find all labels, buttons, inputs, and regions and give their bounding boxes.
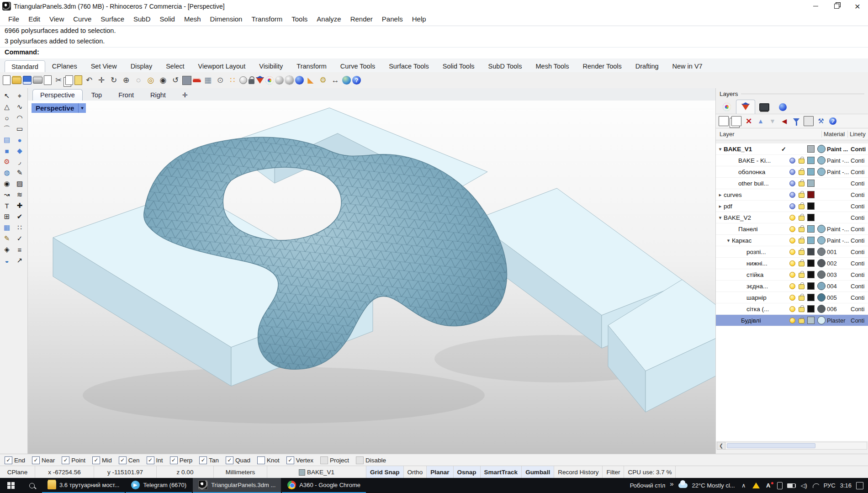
osnap-vertex[interactable]: ✓Vertex xyxy=(286,456,313,464)
status-cpu-use[interactable]: CPU use: 3.7 % xyxy=(624,466,676,478)
layer-name[interactable]: оболонка xyxy=(738,169,780,175)
properties-panel-tab[interactable] xyxy=(718,100,736,114)
curve2-tool-icon[interactable]: ↝ xyxy=(1,190,12,200)
control-point-curve-tool-icon[interactable]: △ xyxy=(1,102,12,112)
car-demo-icon[interactable] xyxy=(193,78,201,82)
menu-item-edit[interactable]: Edit xyxy=(24,13,45,25)
status-z[interactable]: z 0.00 xyxy=(157,466,214,478)
verify-tool-icon[interactable]: ✓ xyxy=(14,233,25,244)
circle-center-icon[interactable]: ⊙ xyxy=(215,75,226,86)
toolbar-tab-new-in-v7[interactable]: New in V7 xyxy=(666,60,709,72)
match-layer-icon[interactable] xyxy=(804,116,814,126)
task-telegram[interactable]: Telegram (6670) xyxy=(126,478,192,493)
layer-on-bulb-icon[interactable] xyxy=(788,215,797,221)
layer-color-swatch[interactable] xyxy=(807,225,815,233)
toggle-gumball[interactable]: Gumball xyxy=(522,466,554,478)
search-button[interactable] xyxy=(22,478,42,493)
material-preview-circle[interactable] xyxy=(817,225,826,233)
toolbar-tab-display[interactable]: Display xyxy=(124,60,159,72)
pan-view-icon[interactable]: ✛ xyxy=(96,75,107,86)
layer-material[interactable]: 003 xyxy=(827,271,851,278)
layer-lock-icon[interactable] xyxy=(797,271,806,278)
expand-chevron-icon[interactable]: ▸ xyxy=(717,203,724,209)
layer-color-swatch[interactable] xyxy=(807,214,815,221)
layer-linetype[interactable]: Conti xyxy=(851,157,868,164)
material-preview-circle[interactable] xyxy=(817,316,826,324)
array-tool-icon[interactable]: ⊞ xyxy=(1,212,12,222)
toggle-planar[interactable]: Planar xyxy=(427,466,453,478)
osnap-end[interactable]: ✓End xyxy=(5,456,25,464)
layer-name[interactable]: сітка (... xyxy=(746,306,780,313)
layer-row-каркас[interactable]: ▾КаркасPaint -...Conti xyxy=(716,235,868,246)
menu-item-render[interactable]: Render xyxy=(346,13,377,25)
check-tool-icon[interactable]: ✔ xyxy=(14,212,25,222)
ghosted-viewport-icon[interactable] xyxy=(285,76,294,85)
layer-linetype[interactable]: Conti xyxy=(851,283,868,290)
layer-material[interactable]: 002 xyxy=(827,260,851,267)
sphere-dark-tool-icon[interactable]: ◉ xyxy=(1,179,12,189)
box-tool-icon[interactable]: ▤ xyxy=(1,135,12,145)
layer-lock-icon[interactable] xyxy=(797,157,806,164)
layer-on-bulb-icon[interactable] xyxy=(788,249,797,255)
layer-name[interactable]: Каркас xyxy=(732,237,780,244)
layer-name[interactable]: Будівлі xyxy=(741,317,780,324)
status-cplane[interactable]: CPlane xyxy=(0,466,35,478)
column-header-linetype[interactable]: Linety xyxy=(847,131,868,138)
layer-name[interactable]: Панелі xyxy=(738,226,780,233)
named-cplane-icon[interactable]: ▦ xyxy=(202,75,213,86)
layer-lock-icon[interactable] xyxy=(797,214,806,221)
sphere-tool-icon[interactable]: ● xyxy=(14,135,25,145)
osnap-int-checkbox[interactable]: ✓ xyxy=(147,456,154,464)
curve-boolean-tool-icon[interactable]: ◍ xyxy=(1,168,12,178)
cut-icon[interactable]: ✂ xyxy=(53,75,64,86)
toolbar-tab-cplanes[interactable]: CPlanes xyxy=(45,60,84,72)
material-preview-circle[interactable] xyxy=(817,259,826,267)
layer-color-swatch[interactable] xyxy=(807,191,815,198)
new-sublayer-icon[interactable] xyxy=(731,116,741,126)
language-indicator[interactable]: РУС xyxy=(824,482,836,489)
osnap-project-checkbox[interactable] xyxy=(320,456,328,464)
task-explorer[interactable]: 3.6 трутуарний мост... xyxy=(42,478,125,493)
command-prompt[interactable]: Command: xyxy=(0,47,868,58)
weather-cloud-icon[interactable] xyxy=(678,483,688,488)
toolbar-tab-transform[interactable]: Transform xyxy=(290,60,333,72)
layer-color-swatch[interactable] xyxy=(807,260,815,267)
layers-horizontal-scrollbar[interactable]: ❮ xyxy=(717,442,867,450)
layer-lock-icon[interactable] xyxy=(797,169,806,175)
weather-text[interactable]: 22°C Mostly cl... xyxy=(692,482,735,489)
layer-on-bulb-icon[interactable] xyxy=(788,226,797,232)
layer-lock-icon[interactable] xyxy=(797,191,806,198)
status-current-layer[interactable]: BAKE_V1 xyxy=(267,466,366,478)
circle-tool-icon[interactable]: ○ xyxy=(1,113,12,123)
layer-linetype[interactable]: Conti xyxy=(851,191,868,198)
layer-linetype[interactable]: Conti xyxy=(851,317,868,324)
menu-item-surface[interactable]: Surface xyxy=(96,13,129,25)
layer-lock-icon[interactable] xyxy=(797,294,806,301)
autodesk-app-icon[interactable]: A xyxy=(764,482,773,489)
material-preview-circle[interactable] xyxy=(817,236,826,244)
notes-cone-icon[interactable]: ◣ xyxy=(305,75,316,86)
column-header-layer[interactable]: Layer xyxy=(716,131,821,138)
osnap-cen[interactable]: ✓Cen xyxy=(119,456,140,464)
viewport-canvas[interactable]: Perspective ▾ xyxy=(28,101,715,454)
menu-item-dimension[interactable]: Dimension xyxy=(206,13,247,25)
layers-panel-tab[interactable] xyxy=(736,100,755,114)
menu-item-transform[interactable]: Transform xyxy=(247,13,287,25)
layer-linetype[interactable]: Conti xyxy=(851,306,868,313)
osnap-mid-checkbox[interactable]: ✓ xyxy=(92,456,100,464)
layer-linetype[interactable]: Conti xyxy=(851,249,868,255)
layer-color-swatch[interactable] xyxy=(807,168,815,175)
layer-on-bulb-icon[interactable] xyxy=(788,295,797,301)
layer-row-pdf[interactable]: ▸pdfConti xyxy=(716,201,868,212)
layer-row-розпі[interactable]: розпі...001Conti xyxy=(716,246,868,258)
menu-item-panels[interactable]: Panels xyxy=(377,13,408,25)
task-chrome[interactable]: A360 - Google Chrome xyxy=(282,478,366,493)
osnap-point-checkbox[interactable]: ✓ xyxy=(62,456,69,464)
osnap-disable-checkbox[interactable] xyxy=(356,456,364,464)
layer-material[interactable]: 006 xyxy=(827,306,851,313)
viewport-title-dropdown[interactable]: Perspective ▾ xyxy=(32,103,86,113)
options-gear-icon[interactable]: ⚙ xyxy=(318,75,328,86)
battery-icon[interactable] xyxy=(787,483,795,488)
material-preview-circle[interactable] xyxy=(817,305,826,313)
layer-row-оболонка[interactable]: оболонкаPaint -...Conti xyxy=(716,166,868,178)
